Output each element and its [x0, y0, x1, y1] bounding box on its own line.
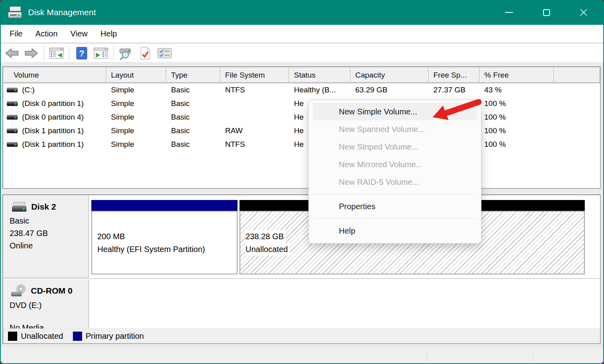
table-row[interactable]: (Disk 1 partition 1) Simple Basic RAW He… [3, 124, 600, 138]
pct-free-cell: 100 % [479, 99, 554, 108]
column-header-layout[interactable]: Layout [106, 67, 166, 83]
column-header-pct-free[interactable]: % Free [479, 67, 554, 83]
menu-item-new-spanned-volume: New Spanned Volume... [313, 120, 477, 138]
disk2-size: 238.47 GB [10, 227, 89, 240]
menu-help[interactable]: Help [94, 29, 123, 38]
disk-icon [12, 202, 26, 212]
context-menu: New Simple Volume... New Spanned Volume.… [308, 100, 481, 244]
partition-size: 200 MB [97, 230, 127, 243]
properties-list-icon [157, 47, 172, 60]
volume-list-pane: Volume Layout Type File System Status Ca… [2, 66, 601, 189]
back-arrow-icon [4, 47, 20, 59]
disk2-header: Disk 2 [12, 202, 89, 212]
close-button[interactable] [574, 3, 593, 22]
cdrom-header: CD-ROM 0 [11, 284, 89, 297]
disk2-info-panel[interactable]: Disk 2 Basic 238.47 GB Online [4, 196, 89, 278]
volume-drive-icon [7, 101, 18, 106]
volume-drive-icon [7, 88, 18, 92]
pct-free-cell: 100 % [479, 113, 554, 122]
disk2-name: Disk 2 [31, 202, 56, 212]
partition-body: 200 MB Healthy (EFI System Partition) [91, 211, 238, 274]
check-document-button[interactable] [137, 45, 154, 61]
volume-table-header: Volume Layout Type File System Status Ca… [3, 67, 600, 83]
menu-item-properties[interactable]: Properties [313, 198, 477, 215]
forward-arrow-icon [24, 47, 39, 59]
menu-item-new-simple-volume[interactable]: New Simple Volume... [313, 103, 477, 120]
partition-size: 238.28 GB [246, 230, 286, 243]
partition-status: Healthy (EFI System Partition) [97, 243, 207, 256]
column-header-type[interactable]: Type [166, 67, 220, 83]
status-bar-divider [427, 349, 427, 362]
legend-label-primary-partition: Primary partition [86, 332, 144, 341]
titlebar: Disk Management [0, 0, 604, 25]
menu-item-help[interactable]: Help [313, 222, 477, 240]
column-header-volume[interactable]: Volume [3, 67, 106, 83]
status-bar-divider [533, 349, 533, 362]
table-row[interactable]: (Disk 0 partition 1) Simple Basic He 100… [3, 97, 600, 110]
column-header-file-system[interactable]: File System [220, 67, 289, 83]
capacity-cell: 63.29 GB [350, 86, 429, 94]
partition-status: Unallocated [246, 243, 290, 256]
cdrom-info-panel[interactable]: CD-ROM 0 DVD (E:) No Media [4, 280, 89, 329]
legend-swatch-unallocated [8, 332, 17, 341]
legend-label-unallocated: Unallocated [21, 332, 63, 341]
svg-text:?: ? [79, 48, 84, 58]
legend-bar: Unallocated Primary partition [3, 328, 600, 343]
disk2-status: Online [10, 240, 89, 252]
layout-cell: Simple [106, 140, 166, 149]
menu-separator [314, 194, 476, 194]
pct-free-cell: 43 % [479, 86, 554, 94]
cdrom-name: CD-ROM 0 [31, 286, 72, 296]
volume-cell: (Disk 1 partition 1) [3, 126, 106, 135]
partition-efi-system[interactable]: 200 MB Healthy (EFI System Partition) [91, 200, 238, 274]
minimize-button[interactable] [500, 3, 518, 22]
window-controls [500, 3, 604, 22]
layout-cell: Simple [106, 126, 166, 135]
partition-color-bar-primary [91, 200, 238, 211]
show-action-pane-button[interactable] [92, 45, 110, 61]
cdrom-media: DVD (E:) [10, 301, 89, 310]
volume-drive-icon [7, 128, 18, 133]
legend-swatch-primary-partition [73, 332, 82, 341]
cdrom-icon [11, 284, 26, 297]
maximize-icon [543, 9, 550, 16]
layout-cell: Simple [106, 86, 166, 94]
layout-cell: Simple [106, 99, 166, 108]
table-row[interactable]: (C:) Simple Basic NTFS Healthy (B... 63.… [3, 83, 600, 97]
volume-cell: (Disk 1 partition 1) [3, 140, 106, 149]
column-header-free-space[interactable]: Free Sp... [429, 67, 479, 83]
back-button[interactable] [3, 45, 21, 61]
menu-separator [314, 218, 476, 219]
menu-file[interactable]: File [3, 29, 29, 38]
disk-drive-icon-front [8, 12, 22, 18]
volume-drive-icon [7, 142, 18, 147]
volume-cell: (C:) [3, 86, 106, 94]
column-header-status[interactable]: Status [289, 67, 350, 83]
menu-bar: File Action View Help [1, 25, 603, 43]
column-header-capacity[interactable]: Capacity [350, 67, 429, 83]
file-system-cell: NTFS [220, 86, 289, 94]
maximize-button[interactable] [537, 3, 556, 22]
table-row[interactable]: (Disk 0 partition 4) Simple Basic He 100… [3, 110, 600, 124]
rescan-disks-icon [118, 46, 134, 60]
menu-action[interactable]: Action [29, 29, 64, 38]
menu-view[interactable]: View [64, 29, 94, 38]
help-button[interactable]: ? [73, 45, 91, 61]
disk-management-window: Disk Management File Action View Help [0, 0, 604, 364]
menu-item-new-raid5-volume: New RAID-5 Volume... [313, 173, 477, 191]
disk-row-divider [3, 278, 600, 279]
disk2-type: Basic [10, 215, 89, 227]
close-icon [579, 8, 588, 17]
pct-free-cell: 100 % [479, 140, 554, 149]
window-title: Disk Management [28, 8, 96, 17]
properties-list-button[interactable] [156, 45, 173, 61]
file-system-cell: RAW [220, 126, 289, 135]
disk2-details: Basic 238.47 GB Online [10, 215, 89, 252]
forward-button[interactable] [22, 45, 40, 61]
show-console-tree-button[interactable] [48, 45, 65, 61]
rescan-disks-button[interactable] [117, 45, 135, 61]
status-bar [1, 346, 603, 363]
file-system-cell: NTFS [220, 140, 289, 149]
status-cell: Healthy (B... [289, 86, 350, 94]
table-row[interactable]: (Disk 1 partition 1) Simple Basic NTFS H… [3, 138, 600, 151]
